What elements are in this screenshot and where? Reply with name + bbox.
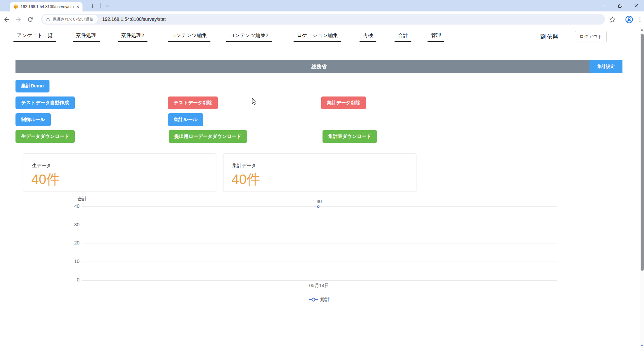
browser-menu-icon[interactable] <box>636 15 644 24</box>
bookmark-star-icon[interactable] <box>608 15 617 24</box>
url-input[interactable]: 192.168.1.54:8100/survey/stat <box>102 16 166 22</box>
y-tick-30: 30 <box>60 222 79 227</box>
security-chip[interactable]: 保護されていない通信 <box>42 15 98 24</box>
nav-item-location-edit[interactable]: ロケーション編集 <box>294 32 341 42</box>
tab-close-icon[interactable] <box>76 5 80 9</box>
aggregate-table-download-button[interactable]: 集計表ダウンロード <box>323 130 377 143</box>
chart-gridline <box>82 243 557 243</box>
data-point-label: 40 <box>309 199 329 204</box>
new-tab-button[interactable] <box>88 2 97 10</box>
forward-button[interactable] <box>14 15 23 24</box>
legend-line-marker-icon <box>309 297 318 302</box>
tab-search-chevron-icon[interactable] <box>104 3 110 9</box>
back-button[interactable] <box>2 15 11 24</box>
submission-raw-download-button[interactable]: 提出用ローデータダウンロード <box>169 130 247 143</box>
aggregate-data-delete-button[interactable]: 集計データ削除 <box>321 96 366 109</box>
control-rule-button[interactable]: 制御ルール <box>15 113 51 126</box>
tab-strip-separator <box>100 3 101 8</box>
profile-avatar-icon[interactable] <box>625 15 634 24</box>
raw-data-card-value: 40件 <box>31 170 216 189</box>
scrollbar-thumb[interactable] <box>641 34 644 271</box>
nav-item-admin[interactable]: 管理 <box>428 32 444 42</box>
chart-legend-total[interactable]: 総計 <box>292 297 346 303</box>
browser-tab-strip: 192.168.1.54:8100/survey/stat <box>0 0 644 11</box>
aggregate-data-card-value: 40件 <box>232 170 416 189</box>
security-warning-label: 保護されていない通信 <box>53 16 94 22</box>
window-close-button[interactable] <box>628 0 644 11</box>
favicon-cube-icon <box>13 4 19 9</box>
aggregate-settings-button[interactable]: 集計設定 <box>589 60 622 73</box>
scrollbar[interactable] <box>640 27 644 348</box>
x-tick-label: 05月14日 <box>296 283 343 289</box>
nav-item-content-edit[interactable]: コンテンツ編集 <box>168 32 210 42</box>
test-data-delete-button[interactable]: テストデータ削除 <box>168 96 218 109</box>
organization-header-bar: 総務省 集計設定 <box>15 60 622 73</box>
raw-data-download-button[interactable]: 生データダウンロード <box>15 130 75 143</box>
warning-icon <box>45 17 50 22</box>
window-restore-button[interactable] <box>612 0 628 11</box>
nav-item-content-edit2[interactable]: コンテンツ編集2 <box>226 32 272 42</box>
raw-data-card: 生データ 40件 <box>23 153 216 191</box>
y-tick-20: 20 <box>60 240 79 245</box>
aggregate-data-card-label: 集計データ <box>232 163 416 169</box>
reload-button[interactable] <box>26 15 35 24</box>
y-tick-0: 0 <box>60 277 79 282</box>
logout-button[interactable]: ログアウト <box>575 31 607 42</box>
organization-title: 総務省 <box>15 60 622 73</box>
scrollbar-up-arrow[interactable] <box>641 29 643 31</box>
nav-item-total[interactable]: 合計 <box>395 32 411 42</box>
raw-data-card-label: 生データ <box>32 163 216 169</box>
user-name: 劉 依興 <box>540 33 558 40</box>
nav-item-survey-list[interactable]: アンケート一覧 <box>13 32 56 42</box>
chart-x-axis-line <box>82 280 557 280</box>
test-data-create-button[interactable]: テストデータ自動作成 <box>15 96 75 109</box>
aggregate-rule-button[interactable]: 集計ルール <box>168 113 203 126</box>
y-tick-40: 40 <box>60 203 79 209</box>
chart-gridline <box>82 262 557 262</box>
chart-title: 合計 <box>77 196 87 202</box>
data-point-marker[interactable] <box>317 205 319 208</box>
nav-item-case-process2[interactable]: 案件処理2 <box>118 32 147 42</box>
window-minimize-button[interactable] <box>597 0 612 11</box>
legend-label: 総計 <box>320 297 330 303</box>
y-tick-10: 10 <box>60 259 79 264</box>
scrollbar-down-arrow[interactable] <box>641 345 643 347</box>
nav-item-case-process[interactable]: 案件処理 <box>73 32 100 42</box>
address-bar[interactable]: 保護されていない通信 192.168.1.54:8100/survey/stat <box>41 14 605 25</box>
chart-gridline <box>82 225 557 225</box>
nav-item-recheck[interactable]: 再検 <box>360 32 376 42</box>
aggregate-demo-button[interactable]: 集計Demo <box>15 80 49 92</box>
browser-tab[interactable]: 192.168.1.54:8100/survey/stat <box>10 2 82 11</box>
aggregate-data-card: 集計データ 40件 <box>223 153 416 191</box>
tab-title: 192.168.1.54:8100/survey/stat <box>21 4 74 9</box>
mouse-cursor <box>252 98 258 107</box>
